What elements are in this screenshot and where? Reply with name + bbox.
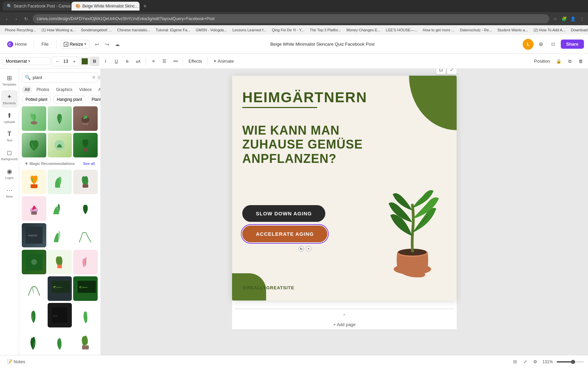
element-row4-1[interactable] bbox=[48, 223, 72, 248]
resize-button[interactable]: Resize ▾ bbox=[61, 40, 90, 48]
element-row5-2[interactable] bbox=[73, 250, 98, 274]
sidebar-item-more[interactable]: ⋯ More bbox=[1, 184, 18, 201]
zoom-slider[interactable] bbox=[557, 361, 584, 363]
add-page-button[interactable]: + Add page bbox=[328, 320, 361, 329]
reload-button[interactable]: ↻ bbox=[22, 15, 30, 23]
position-button[interactable]: Position bbox=[532, 58, 553, 65]
redo-button[interactable]: ↪ bbox=[102, 40, 112, 49]
grid-view-button[interactable]: ⊟ bbox=[510, 357, 519, 366]
back-button[interactable]: ‹ bbox=[3, 15, 11, 23]
tag-plant-outdoor[interactable]: Plant out… bbox=[88, 95, 100, 104]
element-row8-1[interactable] bbox=[22, 330, 46, 354]
share-button[interactable]: Share bbox=[561, 40, 584, 49]
bookmark-top3[interactable]: The Top 3 Platfor... bbox=[308, 27, 343, 33]
bookmark-money[interactable]: Money Changes E... bbox=[344, 27, 382, 33]
fullscreen-button[interactable]: ⤢ bbox=[521, 357, 529, 366]
bookmark-sonderangebot[interactable]: Sonderangebot! ... bbox=[79, 27, 114, 33]
element-row7-3[interactable] bbox=[73, 303, 98, 327]
save-button[interactable]: ☁ bbox=[113, 40, 122, 49]
new-tab-button[interactable]: + bbox=[140, 1, 150, 11]
filter-tab-photos[interactable]: Photos bbox=[34, 86, 52, 93]
element-item-2[interactable] bbox=[48, 106, 72, 131]
element-item-5[interactable] bbox=[48, 133, 72, 157]
tab-search[interactable]: 🔍 Search Facebook Post - Canva × bbox=[3, 2, 71, 11]
sidebar-item-logos[interactable]: ◉ Logos bbox=[1, 165, 18, 182]
bookmark-lee[interactable]: LEE'S HOUSE—... bbox=[384, 27, 420, 33]
bookmark-how-working[interactable]: (1) How Working a... bbox=[39, 27, 78, 33]
italic-button[interactable]: I bbox=[101, 57, 110, 66]
copy-button[interactable]: ⧉ bbox=[565, 57, 574, 66]
bookmark-student[interactable]: Student Wants a... bbox=[495, 27, 530, 33]
superscript-button[interactable]: aA bbox=[133, 57, 143, 66]
avatar-button[interactable]: L bbox=[523, 39, 534, 50]
trash-button[interactable]: 🗑 bbox=[576, 57, 585, 66]
design-subtitle-area[interactable]: WIE KANN MAN ZUHAUSE GEMÜSE ANPFLANZEN? bbox=[242, 123, 416, 166]
element-magic-2[interactable] bbox=[48, 170, 72, 194]
filter-tab-graphics[interactable]: Graphics bbox=[53, 86, 75, 93]
bookmark-howtoget[interactable]: How to get more ... bbox=[421, 27, 457, 33]
menu-icon[interactable]: ⋮ bbox=[578, 15, 585, 22]
tab-canva[interactable]: 🎨 Beige White Minimalist Skinc... × bbox=[71, 2, 140, 11]
sidebar-item-templates[interactable]: ⊞ Templates bbox=[1, 72, 18, 89]
text-color-swatch[interactable] bbox=[81, 58, 88, 65]
bookmark-download[interactable]: Download - Cook... bbox=[569, 27, 588, 33]
sidebar-item-uploads[interactable]: ⬆ Uploads bbox=[1, 109, 18, 126]
sidebar-item-text[interactable]: T Text bbox=[1, 128, 18, 145]
bookmark-chinese[interactable]: Chinese translatio... bbox=[115, 27, 152, 33]
effects-button[interactable]: Effects bbox=[186, 58, 205, 65]
address-bar[interactable]: canva.com/design/DAFDYwxIOj8/k1QeUnhOvzS… bbox=[33, 14, 549, 23]
share-options-button[interactable]: ⊕ bbox=[536, 40, 546, 49]
element-row3-2[interactable] bbox=[73, 196, 98, 221]
plant-illustration[interactable] bbox=[375, 185, 450, 280]
search-box[interactable]: 🔍 ✕ ⊟ bbox=[22, 72, 98, 82]
element-photo-1[interactable]: 🌱 photo bbox=[48, 276, 72, 301]
design-title-area[interactable]: HEIMGÄRTNERN bbox=[242, 89, 416, 108]
canvas-expand-button[interactable]: ⤢ bbox=[447, 69, 457, 74]
home-button[interactable]: C Home bbox=[4, 40, 30, 49]
bookmark-tutorial[interactable]: Tutorial: Eigene Fa... bbox=[154, 27, 193, 33]
see-all-link[interactable]: See all bbox=[83, 162, 95, 166]
search-input[interactable] bbox=[33, 75, 90, 80]
animate-button[interactable]: ✦ Animate bbox=[211, 58, 237, 65]
tag-hanging-plant[interactable]: Hanging plant bbox=[53, 95, 86, 104]
bookmark-phone-recycling[interactable]: Phone Recycling... bbox=[3, 27, 38, 33]
settings-view-button[interactable]: ⚙ bbox=[531, 357, 540, 366]
accelerate-aging-button[interactable]: ACCELERATE AGING bbox=[242, 226, 327, 242]
lock-button[interactable]: 🔒 bbox=[554, 57, 564, 66]
sidebar-item-elements[interactable]: ✦ Elements bbox=[1, 90, 18, 108]
bookmark-gmsn[interactable]: GMSN - Vologda... bbox=[194, 27, 229, 33]
file-button[interactable]: File bbox=[38, 40, 52, 48]
collapse-panel-button[interactable]: ⌃ bbox=[232, 313, 457, 319]
element-row8-2[interactable] bbox=[48, 330, 72, 354]
tag-potted-plant[interactable]: Potted plant bbox=[22, 95, 51, 104]
bookmark-lessons[interactable]: Lessons Learned f... bbox=[230, 27, 268, 33]
strikethrough-button[interactable]: S bbox=[122, 57, 132, 66]
element-item-3[interactable] bbox=[73, 106, 98, 131]
element-row5-1[interactable] bbox=[48, 250, 72, 274]
text-align-left-button[interactable]: ≡ bbox=[149, 57, 158, 66]
element-row3-photo[interactable]: PHOTO bbox=[22, 223, 46, 248]
element-photo-2[interactable]: 🌿 photo bbox=[73, 276, 98, 301]
element-row3-1[interactable] bbox=[48, 196, 72, 221]
handle-add-icon[interactable]: + bbox=[306, 246, 311, 251]
notes-button[interactable]: 📝 Notes bbox=[4, 358, 28, 366]
underline-button[interactable]: U bbox=[112, 57, 121, 66]
element-item-1[interactable] bbox=[22, 106, 46, 131]
filter-tab-videos[interactable]: Videos bbox=[77, 86, 94, 93]
text-indent-button[interactable]: ⇥≡ bbox=[170, 57, 180, 66]
element-magic-1[interactable] bbox=[22, 170, 46, 194]
font-increase-button[interactable]: + bbox=[70, 58, 78, 65]
bookmark-icon[interactable]: ☆ bbox=[552, 15, 559, 22]
bookmark-qing[interactable]: Qing Fei De Yi - Y... bbox=[270, 27, 307, 33]
element-row5-3[interactable] bbox=[22, 276, 46, 301]
element-row4-2[interactable] bbox=[73, 223, 98, 248]
element-row7-2[interactable]: 16.0s bbox=[48, 303, 72, 327]
filter-tab-all[interactable]: All bbox=[22, 86, 32, 93]
bookmark-datenschutz[interactable]: Datenschutz - Re... bbox=[458, 27, 494, 33]
sidebar-item-background[interactable]: ◻ Background bbox=[1, 146, 18, 164]
element-magic-3[interactable] bbox=[73, 170, 98, 194]
profile-icon[interactable]: 👤 bbox=[570, 15, 576, 22]
search-clear-icon[interactable]: ✕ bbox=[92, 75, 96, 80]
font-decrease-button[interactable]: − bbox=[53, 58, 61, 65]
element-item-4[interactable] bbox=[22, 133, 46, 157]
